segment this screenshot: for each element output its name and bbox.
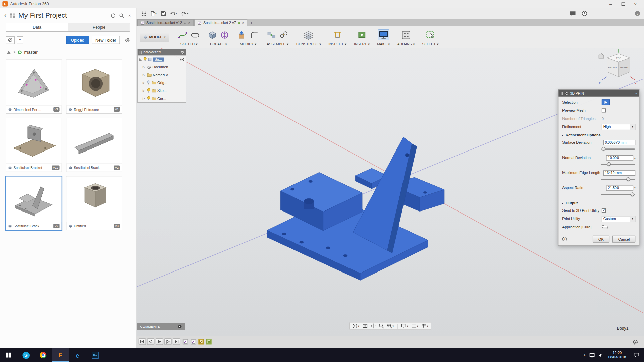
- ribbon-group-make[interactable]: MAKE▾: [373, 26, 393, 48]
- settings-gear-icon[interactable]: [125, 37, 130, 43]
- output-section[interactable]: ▼ Output: [558, 199, 639, 206]
- filter-button[interactable]: [6, 36, 15, 44]
- breadcrumb-branch[interactable]: master: [24, 50, 38, 55]
- taskbar-edge[interactable]: e: [69, 348, 86, 362]
- create-box-icon[interactable]: [207, 30, 217, 40]
- ribbon-group-assemble[interactable]: ASSEMBLE▾: [263, 26, 292, 48]
- undo-button[interactable]: ▾: [169, 9, 178, 17]
- ribbon-group-insert[interactable]: INSERT▾: [350, 26, 373, 48]
- action-center-button[interactable]: [631, 348, 642, 362]
- viewports-setting[interactable]: ▾: [410, 323, 419, 329]
- tab-close-icon[interactable]: ×: [188, 21, 190, 25]
- ribbon-group-construct[interactable]: CONSTRUCT▾: [292, 26, 325, 48]
- expand-dialog-icon[interactable]: »: [635, 91, 637, 95]
- print-utility-dropdown[interactable]: Custom ▾: [602, 216, 635, 222]
- tree-item-sketches[interactable]: ▷ Ske...: [138, 86, 186, 94]
- visibility-bulb-icon[interactable]: [143, 57, 147, 61]
- normal-deviation-stepper[interactable]: ▴▾: [634, 156, 635, 160]
- expand-icon[interactable]: ▷: [143, 81, 146, 84]
- timeline-feature-sketch[interactable]: [191, 339, 196, 344]
- display-settings[interactable]: ▾: [400, 323, 409, 329]
- scripts-addins-icon[interactable]: [401, 30, 411, 40]
- expand-icon[interactable]: ▷: [143, 97, 146, 100]
- search-icon[interactable]: [119, 13, 124, 18]
- project-item-card[interactable]: Dimensioni Per ... V2: [6, 60, 62, 114]
- close-button[interactable]: ×: [629, 0, 642, 8]
- minimize-button[interactable]: –: [604, 0, 617, 8]
- tree-item-origin[interactable]: ▷ Orig...: [138, 79, 186, 86]
- document-tab-active[interactable]: Sostituis....cket 2 v7 ×: [194, 19, 247, 26]
- back-button[interactable]: ‹: [4, 13, 6, 18]
- look-at-tool[interactable]: [361, 323, 368, 329]
- tree-item-bodies[interactable]: ▷ Cor...: [138, 95, 186, 102]
- visibility-bulb-off-icon[interactable]: [147, 80, 150, 85]
- visibility-bulb-icon[interactable]: [147, 96, 150, 101]
- comments-toggle-icon[interactable]: [178, 325, 182, 329]
- pan-tool[interactable]: [370, 323, 377, 329]
- max-edge-input[interactable]: 13419 mm: [603, 170, 636, 176]
- ribbon-group-inspect[interactable]: INSPECT▾: [325, 26, 350, 48]
- home-icon[interactable]: [599, 53, 604, 58]
- project-root-icon[interactable]: [7, 50, 11, 54]
- data-panel-close-button[interactable]: ×: [127, 13, 132, 18]
- activate-radio-icon[interactable]: [180, 57, 184, 61]
- ok-button[interactable]: OK: [593, 236, 609, 243]
- 3d-print-utility-icon[interactable]: [379, 30, 388, 39]
- joint-icon[interactable]: [279, 30, 288, 40]
- construction-plane-icon[interactable]: [303, 30, 314, 40]
- orbit-tool[interactable]: ▾: [351, 323, 360, 329]
- expand-icon[interactable]: ▷: [143, 73, 146, 77]
- ribbon-group-create[interactable]: CREATE▾: [204, 26, 233, 48]
- surface-deviation-slider[interactable]: [601, 147, 635, 151]
- dialog-header[interactable]: 3D PRINT »: [558, 90, 639, 97]
- timeline-feature-extrude[interactable]: [206, 339, 212, 344]
- file-menu-button[interactable]: ▾: [150, 9, 158, 17]
- ribbon-group-sketch[interactable]: SKETCH▾: [174, 26, 204, 48]
- root-document-label[interactable]: Su...: [153, 57, 164, 61]
- redo-button[interactable]: ▾: [180, 9, 189, 17]
- aspect-ratio-stepper[interactable]: ▴▾: [634, 186, 635, 190]
- save-button[interactable]: [160, 9, 167, 17]
- browser-header[interactable]: BROWSER: [138, 49, 186, 55]
- ribbon-group-addins[interactable]: ADD-INS▾: [394, 26, 419, 48]
- taskbar-photoshop[interactable]: Ps: [86, 348, 103, 362]
- timeline-play-button[interactable]: [156, 338, 163, 345]
- refresh-icon[interactable]: [110, 13, 116, 18]
- create-form-icon[interactable]: [220, 30, 229, 40]
- upload-button[interactable]: Upload: [66, 36, 89, 44]
- timeline-feature-highlighted[interactable]: [198, 339, 204, 344]
- surface-deviation-input[interactable]: 0.005670 mm: [603, 140, 636, 145]
- cancel-button[interactable]: Cancel: [612, 236, 636, 243]
- tab-data[interactable]: Data: [6, 23, 68, 31]
- grid-settings[interactable]: ▾: [420, 323, 429, 329]
- measure-icon[interactable]: [332, 30, 342, 40]
- expand-icon[interactable]: ▷: [143, 65, 146, 69]
- tab-people[interactable]: People: [68, 23, 130, 31]
- tree-item-document-settings[interactable]: ▷ Documen...: [138, 63, 186, 71]
- create-sketch-icon[interactable]: [178, 30, 187, 40]
- ribbon-group-select[interactable]: SELECT▾: [418, 26, 442, 48]
- browser-collapse-icon[interactable]: [181, 51, 184, 54]
- refinement-dropdown[interactable]: High ▾: [602, 124, 635, 130]
- normal-deviation-input[interactable]: 10.000: [606, 155, 634, 160]
- new-component-icon[interactable]: [267, 30, 276, 40]
- timeline-feature-sketch[interactable]: [183, 339, 188, 344]
- selection-button[interactable]: [602, 99, 610, 105]
- timeline-step-back-button[interactable]: [147, 338, 154, 345]
- tab-close-icon[interactable]: ×: [242, 21, 244, 25]
- press-pull-icon[interactable]: [237, 30, 247, 40]
- new-tab-button[interactable]: +: [248, 20, 255, 26]
- model-body1[interactable]: [267, 137, 444, 280]
- app-grid-icon[interactable]: [141, 9, 148, 17]
- tray-expand-icon[interactable]: ∧: [584, 353, 586, 357]
- expand-icon[interactable]: ▷: [143, 89, 146, 92]
- fillet-icon[interactable]: [249, 30, 259, 40]
- max-edge-slider[interactable]: [601, 177, 635, 182]
- taskbar-fusion360[interactable]: F: [52, 348, 69, 362]
- preview-mesh-checkbox[interactable]: [602, 108, 606, 112]
- volume-tray-icon[interactable]: [599, 353, 604, 357]
- taskbar-clock[interactable]: 12:20 08/03/2018: [607, 351, 627, 360]
- view-cube[interactable]: TOP FRONT RIGHT X Z: [598, 49, 638, 87]
- browse-application-button[interactable]: [602, 225, 608, 230]
- taskbar-skype[interactable]: S: [17, 348, 34, 362]
